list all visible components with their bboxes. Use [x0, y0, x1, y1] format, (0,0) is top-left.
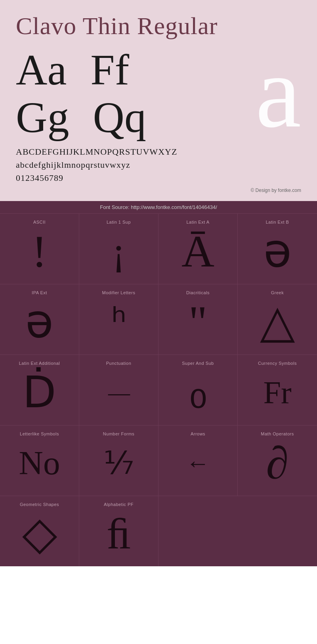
char-glyph-partial: ∂	[266, 440, 289, 486]
digits: 0123456789	[16, 171, 301, 184]
glyph-showcase-2: Gg Qq	[16, 96, 301, 139]
char-label-alphabeticpf: Alphabetic PF	[104, 502, 134, 507]
char-label-punctuation: Punctuation	[106, 361, 132, 366]
char-label-latinexta: Latin Ext A	[186, 220, 209, 224]
char-label-latinextadd: Latin Ext Additional	[19, 361, 60, 366]
char-cell-latin1sup: Latin 1 Sup ¡	[79, 214, 158, 284]
char-label-mathops: Math Operators	[261, 431, 294, 436]
char-glyph-dquote: "	[189, 299, 207, 345]
char-glyph-diamond: ◇	[22, 511, 57, 556]
char-cell-diacriticals: Diacriticals "	[158, 284, 238, 355]
font-source-bar: Font Source: http://www.fontke.com/font/…	[0, 201, 317, 213]
glyph-pair-aa: Aa	[16, 48, 67, 92]
char-cell-latinexta: Latin Ext A Ā	[158, 214, 238, 284]
preview-section: Clavo Thin Regular Aa Ff a Gg Qq ABCDEFG…	[0, 0, 317, 201]
alphabet-section: ABCDEFGHIJKLMNOPQRSTUVWXYZ abcdefghijklm…	[16, 145, 301, 184]
char-grid: ASCII ! Latin 1 Sup ¡ Latin Ext A Ā Lati…	[0, 213, 317, 566]
char-label-modletters: Modifier Letters	[102, 290, 136, 295]
char-cell-currency: Currency Symbols Fr	[238, 355, 317, 426]
char-cell-ipaext: IPA Ext ə	[0, 284, 79, 355]
char-cell-geoshapes: Geometric Shapes ◇	[0, 496, 79, 566]
char-label-letterlike: Letterlike Symbols	[20, 431, 59, 436]
glyph-showcase: Aa Ff a	[16, 48, 301, 92]
char-glyph-triangle: △	[260, 299, 295, 345]
char-glyph-amacron: Ā	[181, 228, 214, 274]
char-label-greek: Greek	[271, 290, 284, 295]
char-glyph-emdash: —	[108, 370, 129, 415]
charmap-section: ASCII ! Latin 1 Sup ¡ Latin Ext A Ā Lati…	[0, 213, 317, 566]
char-cell-arrows: Arrows ←	[158, 426, 238, 496]
char-glyph-fi: ﬁ	[107, 511, 131, 556]
char-cell-letterlike: Letterlike Symbols No	[0, 426, 79, 496]
char-label-ascii: ASCII	[33, 220, 46, 224]
char-glyph-franc: Fr	[263, 370, 291, 415]
char-glyph-schwa: ə	[25, 299, 53, 345]
char-label-numberforms: Number Forms	[103, 431, 134, 436]
char-cell-alphabeticpf: Alphabetic PF ﬁ	[79, 496, 158, 566]
char-glyph-leftarrow: ←	[186, 440, 210, 486]
char-glyph-exclaim: !	[32, 228, 47, 274]
char-cell-greek: Greek △	[238, 284, 317, 355]
char-cell-modletters: Modifier Letters ʰ	[79, 284, 158, 355]
char-cell-punctuation: Punctuation —	[79, 355, 158, 426]
char-label-latin1sup: Latin 1 Sup	[107, 220, 131, 224]
char-cell-latinextadd: Latin Ext Additional Ḋ	[0, 355, 79, 426]
char-glyph-schwa-b: ə	[264, 228, 292, 274]
char-cell-numberforms: Number Forms ⅐	[79, 426, 158, 496]
char-label-superandsub: Super And Sub	[182, 361, 214, 366]
char-glyph-fraction: ⅐	[103, 440, 134, 486]
char-cell-latinextb: Latin Ext B ə	[238, 214, 317, 284]
char-label-latinextb: Latin Ext B	[266, 220, 289, 224]
char-glyph-inv-exclaim: ¡	[112, 228, 125, 274]
char-label-arrows: Arrows	[191, 431, 205, 436]
char-glyph-h-mod: ʰ	[111, 299, 126, 345]
glyph-pair-gg: Gg	[16, 96, 69, 139]
char-glyph-ddot: Ḋ	[23, 370, 56, 415]
char-cell-superandsub: Super And Sub ₀	[158, 355, 238, 426]
char-label-geoshapes: Geometric Shapes	[20, 502, 59, 507]
glyph-pair-qq: Qq	[93, 96, 146, 139]
char-label-diacriticals: Diacriticals	[186, 290, 210, 295]
glyph-pair-ff: Ff	[90, 48, 129, 92]
lowercase-alphabet: abcdefghijklmnopqrstuvwxyz	[16, 158, 301, 171]
copyright: © Design by fontke.com	[16, 188, 301, 193]
char-cell-ascii: ASCII !	[0, 214, 79, 284]
char-label-currency: Currency Symbols	[258, 361, 297, 366]
char-glyph-no: No	[19, 440, 60, 486]
char-label-ipaext: IPA Ext	[32, 290, 47, 295]
char-glyph-sub0: ₀	[189, 370, 207, 415]
char-cell-mathops: Math Operators ∂	[238, 426, 317, 496]
